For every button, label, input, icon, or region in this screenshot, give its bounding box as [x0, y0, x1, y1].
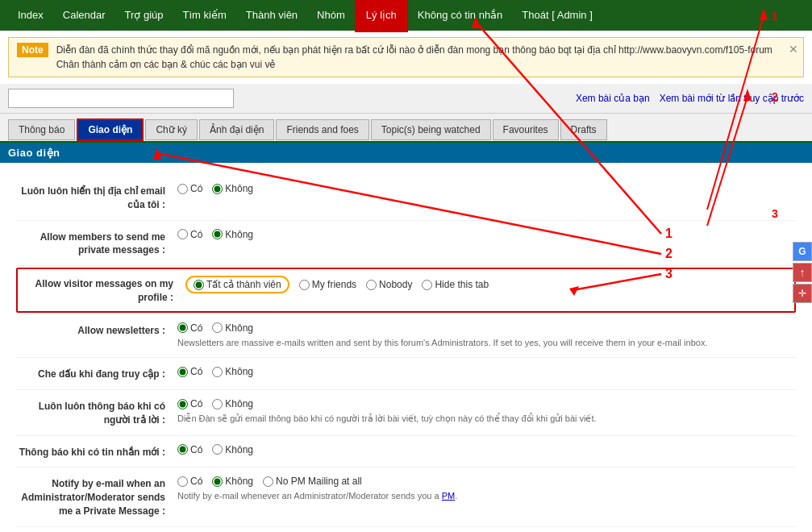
visitor-messages-row: Allow visitor messages on my profile : T… [16, 268, 796, 313]
nav-groups[interactable]: Nhóm [307, 0, 355, 31]
scroll-up-icon[interactable]: ↑ [793, 263, 812, 282]
allow-pm-options: Có Không [177, 229, 796, 240]
google-icon[interactable]: G [793, 242, 812, 261]
note-close-button[interactable]: ✕ [789, 43, 798, 56]
notify-pm-co-radio[interactable] [177, 444, 188, 455]
email-display-khong[interactable]: Không [212, 183, 253, 194]
tab-avatar[interactable]: Ảnh đại diện [199, 119, 274, 140]
email-display-khong-radio[interactable] [212, 184, 223, 194]
newsletters-co[interactable]: Có [177, 322, 202, 334]
search-links: Xem bài của bạn Xem bài mới từ lần truy … [576, 93, 804, 104]
notify-reply-desc: Diễn Đàn sẽ gửi email thông báo khi có n… [177, 412, 796, 426]
notify-reply-khong-radio[interactable] [212, 399, 223, 409]
notify-admin-khong-radio[interactable] [212, 476, 223, 487]
visitor-messages-control: Tất cả thành viên My friends Nobody Hide… [185, 276, 788, 293]
hide-online-control: Có Không [177, 366, 796, 377]
visitor-nobody[interactable]: Nobody [366, 279, 412, 290]
visitor-nobody-radio[interactable] [366, 280, 377, 290]
newsletters-co-radio[interactable] [177, 322, 188, 333]
visitor-friends-radio[interactable] [299, 280, 310, 290]
hide-online-options: Có Không [177, 366, 796, 377]
tab-favourites[interactable]: Favourites [493, 119, 559, 140]
notify-reply-co-radio[interactable] [177, 399, 188, 409]
content-area: Luôn luôn hiển thị địa chỉ email của tôi… [0, 163, 812, 532]
notify-admin-no-mailing-radio[interactable] [263, 476, 273, 487]
notify-reply-co[interactable]: Có [177, 398, 202, 409]
nav-profile[interactable]: Lý lịch [355, 0, 408, 32]
pm-link[interactable]: PM [442, 491, 456, 501]
tab-topics-watched[interactable]: Topic(s) being watched [371, 119, 491, 140]
tab-chu-ky[interactable]: Chữ ký [145, 119, 198, 140]
notify-pm-khong-radio[interactable] [212, 444, 223, 455]
visitor-messages-label: Allow visitor messages on my profile : [24, 276, 185, 305]
view-my-posts-link[interactable]: Xem bài của bạn [576, 93, 650, 104]
allow-pm-control: Có Không [177, 229, 796, 240]
hide-online-khong[interactable]: Không [212, 366, 253, 377]
notify-reply-control: Có Không Diễn Đàn sẽ gửi email thông báo… [177, 398, 796, 426]
tab-drafts[interactable]: Drafts [560, 119, 607, 140]
visitor-hide-radio[interactable] [422, 280, 432, 290]
search-input[interactable] [8, 89, 234, 108]
oval-highlight: Tất cả thành viên [185, 276, 289, 293]
section-header: Giao diện [0, 143, 812, 163]
newsletters-row: Allow newsletters : Có Không Newsletters… [16, 314, 796, 359]
hide-online-co-radio[interactable] [177, 367, 188, 377]
allow-pm-label: Allow members to send me private message… [16, 229, 177, 258]
notify-admin-co[interactable]: Có [177, 476, 202, 487]
move-icon[interactable]: ✛ [793, 284, 812, 303]
nav-calendar[interactable]: Calendar [53, 0, 115, 31]
note-bar: Note Diễn đàn đã chính thức thay đổi mã … [8, 37, 804, 77]
nav-logout[interactable]: Thoát [ Admin ] [512, 0, 602, 31]
nav-help[interactable]: Trợ giúp [115, 0, 173, 31]
notify-pm-label: Thông báo khi có tin nhắn mới : [16, 444, 177, 459]
notify-reply-row: Luôn luôn thông báo khi có người trả lời… [16, 390, 796, 436]
top-nav: Index Calendar Trợ giúp Tìm kiếm Thành v… [0, 0, 812, 31]
notify-admin-no-mailing[interactable]: No PM Mailing at all [263, 476, 362, 487]
page-wrapper: Index Calendar Trợ giúp Tìm kiếm Thành v… [0, 0, 812, 532]
notify-admin-pm-control: Có Không No PM Mailing at all Notify by … [177, 476, 796, 503]
newsletters-khong-radio[interactable] [212, 322, 223, 333]
email-display-row: Luôn luôn hiển thị địa chỉ email của tôi… [16, 175, 796, 221]
notify-admin-co-radio[interactable] [177, 476, 188, 487]
notify-pm-co[interactable]: Có [177, 444, 202, 455]
nav-index[interactable]: Index [8, 0, 53, 31]
tab-giao-dien[interactable]: Giao diện [77, 118, 144, 141]
newsletters-options: Có Không [177, 322, 796, 334]
newsletters-control: Có Không Newsletters are massive e-mails… [177, 322, 796, 350]
notify-admin-pm-options: Có Không No PM Mailing at all [177, 476, 796, 487]
allow-pm-khong-radio[interactable] [212, 229, 223, 239]
visitor-hide-tab[interactable]: Hide this tab [422, 279, 489, 290]
visitor-all-radio[interactable] [194, 280, 204, 290]
email-display-co[interactable]: Có [177, 183, 202, 194]
notify-reply-khong[interactable]: Không [212, 398, 253, 409]
nav-search[interactable]: Tìm kiếm [173, 0, 236, 31]
tab-friends-foes[interactable]: Friends and foes [276, 119, 369, 140]
nav-messages[interactable]: Không có tin nhắn [408, 0, 513, 31]
email-display-co-radio[interactable] [177, 184, 188, 194]
allow-pm-khong[interactable]: Không [212, 229, 253, 240]
nav-members[interactable]: Thành viên [236, 0, 307, 31]
hide-online-khong-radio[interactable] [212, 367, 223, 377]
note-label: Note [17, 43, 48, 57]
hide-online-co[interactable]: Có [177, 366, 202, 377]
notify-admin-pm-desc: Notify by e-mail whenever an Administrat… [177, 489, 796, 503]
notify-pm-khong[interactable]: Không [212, 444, 253, 455]
notify-admin-pm-label: Notify by e-mail when an Administrator/M… [16, 476, 177, 517]
allow-pm-co-radio[interactable] [177, 229, 188, 239]
visitor-my-friends[interactable]: My friends [299, 279, 356, 290]
section-title: Giao diện [8, 147, 60, 159]
allow-pm-co[interactable]: Có [177, 229, 202, 240]
email-display-control: Có Không [177, 183, 796, 194]
newsletters-khong[interactable]: Không [212, 322, 253, 334]
right-icons-panel: G ↑ ✛ [793, 242, 812, 303]
notify-reply-options: Có Không [177, 398, 796, 409]
tab-thong-bao[interactable]: Thông báo [8, 119, 75, 140]
notify-pm-control: Có Không [177, 444, 796, 455]
newsletters-label: Allow newsletters : [16, 322, 177, 338]
notify-admin-khong[interactable]: Không [212, 476, 253, 487]
view-new-posts-link[interactable]: Xem bài mới từ lần truy cập trước [660, 93, 804, 104]
pm-popup-row: Mở cửa sổ nhỏ khi có tin nhắn : Có Không… [16, 527, 796, 532]
search-area: Xem bài của bạn Xem bài mới từ lần truy … [0, 84, 812, 114]
notify-reply-label: Luôn luôn thông báo khi có người trả lời… [16, 398, 177, 427]
visitor-all-members[interactable]: Tất cả thành viên [194, 279, 281, 290]
